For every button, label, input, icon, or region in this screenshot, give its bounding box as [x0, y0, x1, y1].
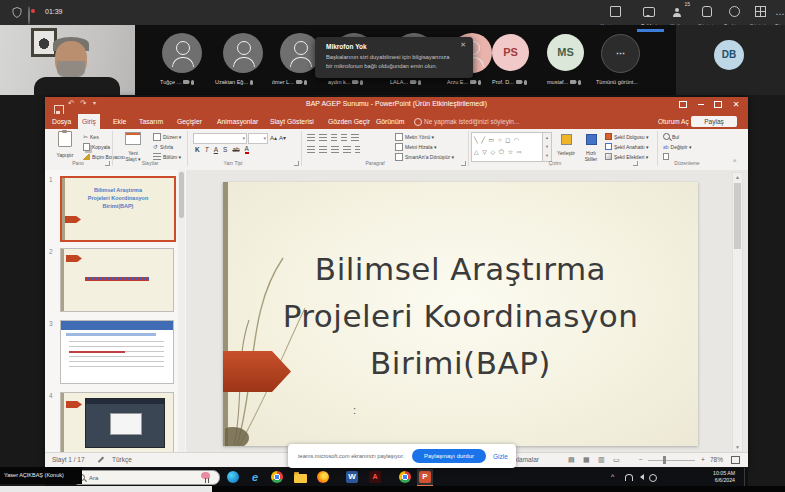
zoom-slider-track[interactable]	[648, 460, 695, 461]
tab-gozden-gecir[interactable]: Gözden Geçir	[324, 114, 374, 129]
tray-expand-icon[interactable]: ^	[611, 473, 614, 480]
slide-thumbnail-4[interactable]	[60, 392, 174, 452]
tab-tasarim[interactable]: Tasarım	[135, 114, 167, 129]
tell-me-box[interactable]: Ne yapmak istediğinizi söyleyin...	[414, 114, 519, 129]
tab-slayt-gosterisi[interactable]: Slayt Gösterisi	[266, 114, 318, 129]
slide-scrollbar[interactable]: ▲ ▼	[732, 172, 743, 452]
strikethrough-button[interactable]: ab	[232, 146, 239, 153]
cut-button[interactable]: ✂ Kes	[83, 132, 99, 141]
font-dialog-launcher[interactable]	[294, 161, 299, 166]
slide-sorter-view-icon[interactable]: ▦	[583, 456, 590, 464]
close-window-button[interactable]: ✕	[729, 99, 743, 111]
scrollbar-thumb[interactable]	[179, 172, 184, 218]
maximize-button[interactable]	[711, 99, 725, 111]
scrollbar-thumb[interactable]	[734, 183, 741, 249]
align-text-button[interactable]: Metni Hizala ▾	[395, 142, 436, 151]
avatar-ps[interactable]: PS	[492, 34, 529, 71]
font-size-combobox[interactable]: ▾	[248, 133, 268, 144]
zoom-out-button[interactable]: −	[639, 456, 643, 463]
grow-shrink-font-buttons[interactable]: A▴A▾	[270, 133, 286, 142]
recording-icon[interactable]	[28, 6, 30, 25]
scroll-down-icon[interactable]: ▼	[733, 444, 742, 450]
arrange-button[interactable]: Yerleştir	[554, 131, 578, 156]
view-all-participants-button[interactable]: ⋯	[601, 34, 640, 73]
ribbon-display-options-button[interactable]	[676, 99, 690, 111]
slideshow-view-icon[interactable]: ▭	[613, 456, 620, 464]
new-slide-button[interactable]: Yeni Slayt ▾	[117, 131, 149, 162]
fit-to-window-icon[interactable]	[731, 456, 740, 464]
copy-button[interactable]: Kopyala	[83, 142, 110, 151]
thumbnail-scrollbar[interactable]	[178, 170, 185, 452]
font-color-button[interactable]: A	[245, 145, 249, 154]
share-button[interactable]: Paylaş	[691, 116, 737, 127]
show-desktop-button[interactable]	[744, 468, 749, 486]
scroll-up-icon[interactable]: ▲	[733, 174, 742, 180]
avatar[interactable]	[223, 33, 263, 73]
shape-effects-button[interactable]: Şekil Efektleri ▾	[605, 152, 648, 161]
slide-thumbnail-3[interactable]	[60, 320, 174, 384]
bold-button[interactable]: K	[195, 146, 200, 153]
clipboard-dialog-launcher[interactable]	[105, 161, 110, 166]
shapes-gallery-scroll[interactable]: ▲ ▼ ▼	[542, 132, 552, 162]
zoom-in-button[interactable]: +	[701, 456, 705, 463]
reset-button[interactable]: ↺ Sıfırla	[153, 142, 173, 151]
edge-taskbar-button[interactable]	[225, 469, 241, 485]
file-explorer-taskbar-button[interactable]	[292, 469, 308, 485]
chrome-taskbar-button-2[interactable]	[397, 469, 413, 485]
notification-bell-icon[interactable]	[625, 474, 633, 481]
font-style-buttons[interactable]: K T A S ab A	[195, 145, 252, 154]
self-video-panel[interactable]: DB	[676, 25, 785, 95]
network-icon[interactable]	[649, 474, 657, 482]
sign-in-link[interactable]: Oturum Aç	[658, 114, 689, 129]
italic-button[interactable]: T	[205, 146, 209, 153]
search-input[interactable]: Ara	[72, 470, 220, 485]
internet-explorer-taskbar-button[interactable]: e	[247, 469, 263, 485]
stop-sharing-button[interactable]: Paylaşmayı durdur	[412, 449, 486, 463]
find-button[interactable]: Bul	[663, 132, 679, 141]
list-buttons[interactable]	[307, 133, 359, 142]
font-name-combobox[interactable]: ▾	[193, 133, 247, 144]
language-indicator[interactable]: Türkçe	[112, 456, 132, 463]
speaker-icon[interactable]	[637, 474, 644, 480]
tab-giris[interactable]: Giriş	[78, 114, 100, 129]
zoom-slider-thumb[interactable]	[663, 456, 666, 464]
firefox-taskbar-button[interactable]	[315, 469, 331, 485]
text-direction-button[interactable]: Metin Yönü ▾	[395, 132, 434, 141]
collapse-ribbon-icon[interactable]: ^	[733, 158, 736, 165]
quick-styles-button[interactable]: Hızlı Stiller	[579, 131, 603, 162]
slide-title[interactable]: Bilimsel Araştırma Projeleri Koordinasyo…	[223, 246, 698, 387]
tab-ekle[interactable]: Ekle	[109, 114, 130, 129]
drawing-dialog-launcher[interactable]	[633, 161, 638, 166]
slide-subtitle[interactable]: :	[353, 404, 356, 416]
tab-animasyonlar[interactable]: Animasyonlar	[213, 114, 262, 129]
underline-button[interactable]: A	[214, 146, 218, 153]
avatar-ms[interactable]: MS	[547, 34, 584, 71]
spell-check-icon[interactable]	[98, 456, 104, 462]
system-clock[interactable]: 10:05 AM 6/6/2024	[687, 470, 735, 484]
reading-view-icon[interactable]: ▥	[598, 456, 605, 464]
tab-gorunum[interactable]: Görünüm	[372, 114, 408, 129]
normal-view-icon[interactable]: ▤	[568, 456, 575, 464]
shapes-gallery[interactable]: ╲ ╱ ▭ ○ ◻ ◠ △ ▽ ◇ ⬠ ☆ ⇨	[471, 132, 546, 162]
shadow-button[interactable]: S	[223, 146, 227, 153]
hide-share-bar-link[interactable]: Gizle	[493, 453, 508, 460]
zoom-level[interactable]: 78%	[710, 456, 723, 463]
chrome-taskbar-button[interactable]	[269, 469, 285, 485]
paragraph-dialog-launcher[interactable]	[461, 161, 466, 166]
webcam-video-tile[interactable]	[0, 25, 135, 95]
avatar[interactable]	[280, 33, 320, 73]
tab-gecisler[interactable]: Geçişler	[173, 114, 206, 129]
paste-button[interactable]: Yapıştır	[51, 131, 79, 158]
word-taskbar-button[interactable]: W	[344, 469, 360, 485]
minimize-button[interactable]	[694, 99, 708, 111]
shape-fill-button[interactable]: Şekil Dolgusu ▾	[605, 132, 648, 141]
powerpoint-taskbar-button[interactable]: P	[417, 469, 433, 487]
acrobat-taskbar-button[interactable]: A	[367, 469, 383, 485]
slide-thumbnail-1[interactable]: Bilimsel Araştırma Projeleri Koordinasyo…	[60, 176, 176, 242]
shape-outline-button[interactable]: Şekil Anahattı ▾	[605, 142, 648, 151]
avatar[interactable]	[162, 33, 202, 73]
alignment-buttons[interactable]	[307, 145, 360, 154]
tab-dosya[interactable]: Dosya	[48, 114, 75, 129]
slide-thumbnail-2[interactable]	[60, 248, 174, 312]
layout-button[interactable]: Düzen ▾	[153, 132, 181, 141]
